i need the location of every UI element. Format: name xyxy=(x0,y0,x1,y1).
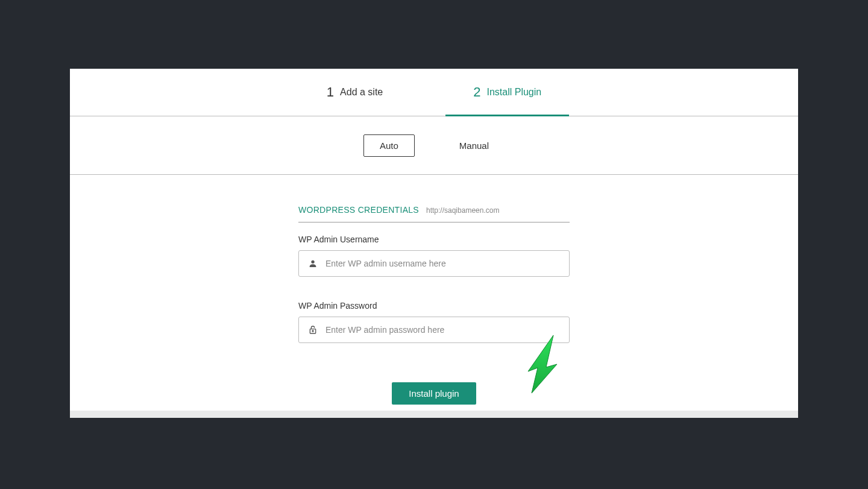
site-url: http://saqibameen.com xyxy=(426,206,499,215)
install-plugin-button[interactable]: Install plugin xyxy=(392,382,476,405)
section-header: WORDPRESS CREDENTIALS http://saqibameen.… xyxy=(298,205,570,222)
submit-row: Install plugin xyxy=(298,367,570,411)
step-number: 2 xyxy=(473,84,480,100)
step-label: Add a site xyxy=(340,87,383,98)
lock-icon xyxy=(306,325,319,335)
username-input-wrap xyxy=(298,250,570,277)
password-input-wrap xyxy=(298,317,570,343)
mode-manual-button[interactable]: Manual xyxy=(444,135,505,156)
svg-point-2 xyxy=(312,330,313,332)
username-input[interactable] xyxy=(319,259,562,268)
svg-point-0 xyxy=(311,260,314,263)
username-label: WP Admin Username xyxy=(298,235,570,244)
step-number: 1 xyxy=(327,84,334,100)
wizard-panel: 1 Add a site 2 Install Plugin Auto Manua… xyxy=(70,69,798,418)
steps-bar: 1 Add a site 2 Install Plugin xyxy=(70,69,798,116)
user-icon xyxy=(306,259,319,268)
step-add-site[interactable]: 1 Add a site xyxy=(321,69,389,116)
step-label: Install Plugin xyxy=(486,87,541,98)
section-title: WORDPRESS CREDENTIALS xyxy=(298,205,419,215)
credentials-form: WORDPRESS CREDENTIALS http://saqibameen.… xyxy=(70,175,798,411)
password-label: WP Admin Password xyxy=(298,301,570,311)
mode-auto-button[interactable]: Auto xyxy=(363,134,415,157)
footer-strip xyxy=(70,411,798,418)
step-install-plugin[interactable]: 2 Install Plugin xyxy=(467,69,547,116)
password-input[interactable] xyxy=(319,325,562,335)
install-mode-bar: Auto Manual xyxy=(70,116,798,175)
form-inner: WORDPRESS CREDENTIALS http://saqibameen.… xyxy=(298,205,570,411)
